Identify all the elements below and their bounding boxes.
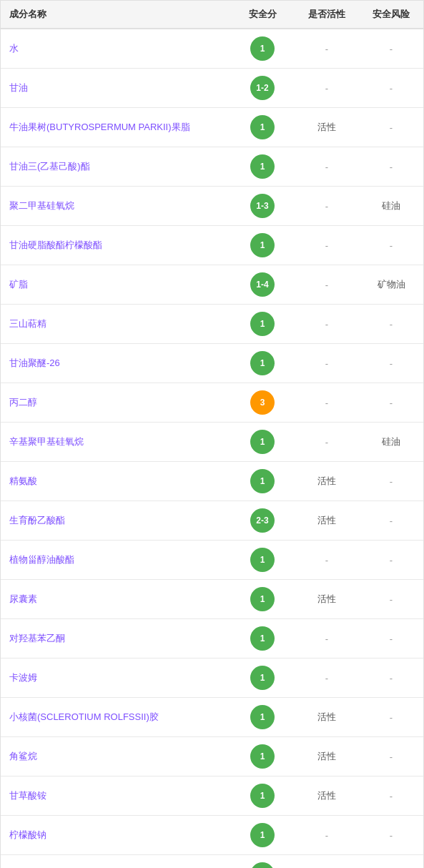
table-row: 对羟基苯乙酮 1 - - <box>1 619 423 659</box>
score-badge: 1 <box>250 626 275 651</box>
row-risk-label: - <box>359 516 423 526</box>
row-risk-label: - <box>359 44 423 54</box>
row-risk-label: - <box>359 751 423 762</box>
row-score: 1 <box>230 469 295 493</box>
row-active-status: - <box>295 830 359 841</box>
row-ingredient-name: 柠檬酸钠 <box>1 829 230 842</box>
row-ingredient-name: 甘油三(乙基己酸)酯 <box>1 160 230 173</box>
header-name: 成分名称 <box>1 8 230 21</box>
row-active-status: - <box>295 398 359 408</box>
row-risk-label: - <box>359 791 423 802</box>
table-row: 辛酰羟肟酸 1 - - <box>1 855 423 868</box>
row-score: 1 <box>230 587 295 611</box>
row-ingredient-name: 三山萜精 <box>1 317 230 330</box>
row-risk-label: 硅油 <box>359 435 423 448</box>
row-score: 3 <box>230 390 295 415</box>
row-score: 1 <box>230 115 295 139</box>
table-row: 柠檬酸钠 1 - - <box>1 816 423 855</box>
row-active-status: - <box>295 162 359 172</box>
row-score: 1 <box>230 823 295 847</box>
row-active-status: 活性 <box>295 121 359 134</box>
row-risk-label: - <box>359 673 423 684</box>
score-badge: 1 <box>250 154 275 179</box>
ingredient-table: 成分名称 安全分 是否活性 安全风险 水 1 - - 甘油 1-2 - - 牛油… <box>0 0 424 868</box>
row-active-status: - <box>295 437 359 448</box>
row-active-status: - <box>295 358 359 369</box>
row-score: 1 <box>230 36 295 61</box>
table-row: 甘草酸铵 1 活性 - <box>1 776 423 816</box>
row-risk-label: - <box>359 830 423 841</box>
row-risk-label: - <box>359 162 423 172</box>
score-badge: 1 <box>250 587 275 611</box>
row-score: 1 <box>230 666 295 690</box>
row-risk-label: - <box>359 358 423 369</box>
row-active-status: - <box>295 240 359 251</box>
score-badge: 1-4 <box>250 272 275 297</box>
table-row: 甘油聚醚-26 1 - - <box>1 344 423 383</box>
row-active-status: 活性 <box>295 593 359 606</box>
row-ingredient-name: 甘油 <box>1 82 230 94</box>
row-active-status: - <box>295 319 359 330</box>
header-risk: 安全风险 <box>359 8 423 21</box>
row-score: 1 <box>230 430 295 454</box>
row-risk-label: - <box>359 398 423 408</box>
row-risk-label: - <box>359 594 423 605</box>
score-badge: 1 <box>250 705 275 729</box>
row-score: 1 <box>230 154 295 179</box>
row-ingredient-name: 对羟基苯乙酮 <box>1 632 230 645</box>
score-badge: 2-3 <box>250 508 275 533</box>
table-row: 水 1 - - <box>1 29 423 69</box>
row-risk-label: - <box>359 555 423 566</box>
row-risk-label: - <box>359 319 423 330</box>
row-active-status: - <box>295 280 359 290</box>
score-badge: 1-2 <box>250 76 275 100</box>
row-ingredient-name: 植物甾醇油酸酯 <box>1 553 230 566</box>
row-active-status: 活性 <box>295 750 359 763</box>
score-badge: 1 <box>250 115 275 139</box>
row-risk-label: - <box>359 122 423 133</box>
row-active-status: - <box>295 673 359 684</box>
row-ingredient-name: 甘草酸铵 <box>1 789 230 802</box>
row-score: 1-3 <box>230 194 295 218</box>
score-badge: 1 <box>250 430 275 454</box>
header-active: 是否活性 <box>295 8 359 21</box>
score-badge: 1 <box>250 823 275 847</box>
score-badge: 1 <box>250 548 275 572</box>
row-score: 1 <box>230 351 295 375</box>
table-row: 甘油硬脂酸酯柠檬酸酯 1 - - <box>1 226 423 265</box>
score-badge: 3 <box>250 390 275 415</box>
row-score: 1-2 <box>230 76 295 100</box>
score-badge: 1 <box>250 351 275 375</box>
score-badge: 1 <box>250 36 275 61</box>
row-active-status: - <box>295 201 359 212</box>
row-ingredient-name: 水 <box>1 42 230 55</box>
row-ingredient-name: 尿囊素 <box>1 593 230 606</box>
row-score: 1 <box>230 744 295 769</box>
row-ingredient-name: 小核菌(SCLEROTIUM ROLFSSII)胶 <box>1 711 230 724</box>
row-risk-label: - <box>359 240 423 251</box>
row-risk-label: - <box>359 83 423 94</box>
score-badge: 1-3 <box>250 194 275 218</box>
row-ingredient-name: 甘油硬脂酸酯柠檬酸酯 <box>1 239 230 252</box>
table-row: 卡波姆 1 - - <box>1 659 423 698</box>
row-ingredient-name: 精氨酸 <box>1 475 230 488</box>
row-risk-label: 矿物油 <box>359 278 423 291</box>
row-risk-label: - <box>359 476 423 487</box>
score-badge: 1 <box>250 666 275 690</box>
table-row: 甘油 1-2 - - <box>1 69 423 108</box>
table-row: 辛基聚甲基硅氧烷 1 - 硅油 <box>1 423 423 462</box>
row-ingredient-name: 甘油聚醚-26 <box>1 357 230 370</box>
row-ingredient-name: 角鲨烷 <box>1 750 230 763</box>
row-ingredient-name: 牛油果树(BUTYROSPERMUM PARKII)果脂 <box>1 121 230 134</box>
row-active-status: 活性 <box>295 475 359 488</box>
row-score: 1 <box>230 626 295 651</box>
row-ingredient-name: 聚二甲基硅氧烷 <box>1 199 230 212</box>
row-ingredient-name: 生育酚乙酸酯 <box>1 514 230 527</box>
table-row: 生育酚乙酸酯 2-3 活性 - <box>1 501 423 541</box>
table-row: 丙二醇 3 - - <box>1 383 423 423</box>
row-active-status: 活性 <box>295 711 359 724</box>
row-score: 1-4 <box>230 272 295 297</box>
row-active-status: - <box>295 83 359 94</box>
row-risk-label: 硅油 <box>359 199 423 212</box>
row-score: 2-3 <box>230 508 295 533</box>
